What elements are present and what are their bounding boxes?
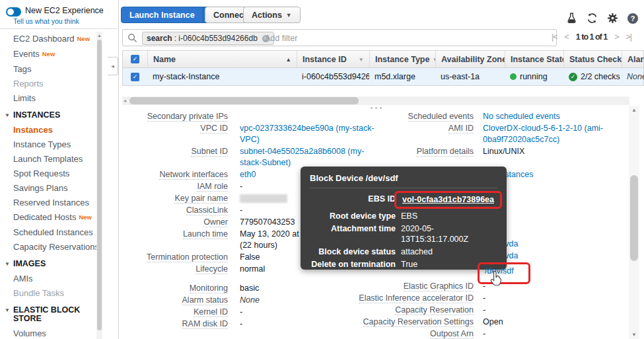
sidebar-item[interactable]: Scheduled Instances <box>0 225 99 239</box>
sidebar-item-label: Bundle Tasks <box>13 288 64 298</box>
panel-resize-grip[interactable] <box>371 107 382 109</box>
detail-value[interactable]: CloverDX-cloud-5-6-1-2-10 (ami- 0ba9f720… <box>483 123 603 145</box>
pagination: |< < 1 to 1 of 1 > >| <box>552 32 631 42</box>
sidebar-item[interactable]: Reports <box>0 76 99 91</box>
tooltip-row: Delete on termination True <box>310 259 497 270</box>
new-experience-toggle[interactable] <box>6 7 21 17</box>
search-filter-box[interactable]: search : i-060c4b553d94266db × Add filte… <box>122 29 557 46</box>
column-header[interactable]: Status Checks ▼ <box>563 51 622 67</box>
topbar-icons: ? <box>566 13 638 24</box>
cell-alarm-status[interactable]: None <box>622 72 644 81</box>
scroll-up-icon[interactable]: ▲ <box>96 32 102 39</box>
sidebar-item[interactable]: Reserved Instances <box>0 195 99 209</box>
sidebar-item[interactable]: ▼INSTANCES <box>0 108 97 122</box>
detail-label: ClassicLink <box>122 205 228 216</box>
horizontal-scroll-thumb[interactable] <box>129 97 359 104</box>
detail-value: False <box>240 252 260 263</box>
first-page-button[interactable]: |< <box>552 32 557 42</box>
sidebar-scrollbar[interactable]: ▲ <box>96 32 102 339</box>
row-select-cell: ✓ <box>123 73 147 81</box>
column-header[interactable]: Instance Type ▼ <box>369 51 435 67</box>
sidebar-item[interactable]: ▼IMAGES <box>0 256 97 271</box>
sidebar-item-label: INSTANCES <box>13 111 60 120</box>
sidebar-header: New EC2 Experience Tell us what you thin… <box>0 0 118 29</box>
sidebar-item[interactable]: Limits <box>0 91 99 105</box>
select-all-checkbox[interactable]: ✓ <box>131 55 139 63</box>
sidebar-item[interactable]: Launch Templates <box>0 151 99 166</box>
cell-status-checks: ✓ 2/2 checks … <box>563 72 622 81</box>
table-row[interactable]: ✓ my-stack-Instance i-060c4b553d94266db … <box>122 68 644 86</box>
detail-row: RAM disk ID - <box>122 319 314 330</box>
tooltip-title: Block Device /dev/sdf <box>310 173 497 183</box>
detail-value[interactable]: - <box>483 293 485 304</box>
sidebar-item[interactable]: AMIs <box>0 271 99 285</box>
sidebar: New EC2 Experience Tell us what you thin… <box>0 0 119 339</box>
scroll-left-icon[interactable]: ◂ <box>124 96 126 105</box>
column-header[interactable]: Instance State ▼ <box>505 51 563 67</box>
detail-label: Scheduled events <box>317 111 474 122</box>
actions-button[interactable]: Actions ▼ <box>243 7 301 23</box>
detail-label: Owner <box>122 217 228 228</box>
feedback-link[interactable]: Tell us what you think <box>13 17 79 25</box>
next-page-button[interactable]: > <box>614 32 618 42</box>
tooltip-label: Root device type <box>310 211 396 221</box>
column-label: Instance ID <box>303 55 347 64</box>
detail-label: Lifecycle <box>122 264 228 275</box>
detail-value[interactable]: - <box>483 305 485 316</box>
sidebar-item[interactable]: Dedicated HostsNew <box>0 209 99 225</box>
column-header[interactable]: Name ▲ <box>147 51 297 67</box>
search-tag-value: : i-060c4b553d94266db <box>174 34 258 43</box>
sidebar-item[interactable]: EventsNew <box>0 46 99 61</box>
column-header[interactable]: Alarm Status ▼ <box>622 51 644 67</box>
sidebar-item[interactable]: Capacity Reservations <box>0 239 99 254</box>
sidebar-collapse-button[interactable]: ◂ <box>108 57 118 75</box>
detail-label: Platform details <box>317 146 474 157</box>
sidebar-item[interactable]: ▼ELASTIC BLOCK STORE <box>0 303 97 326</box>
detail-label: Elastic Graphics ID <box>317 281 474 292</box>
tooltip-label: Attachment time <box>310 223 396 245</box>
help-icon[interactable]: ? <box>627 13 638 24</box>
beaker-icon[interactable] <box>566 13 577 24</box>
gear-icon[interactable] <box>607 13 618 24</box>
sidebar-item[interactable]: Tags <box>0 61 99 76</box>
detail-row: Kernel ID - <box>122 307 314 318</box>
detail-value: normal <box>240 264 265 275</box>
refresh-icon[interactable] <box>587 13 598 24</box>
row-checkbox[interactable]: ✓ <box>131 73 139 81</box>
detail-row: Monitoring basic <box>122 283 314 294</box>
sidebar-item[interactable]: Instances <box>0 122 99 137</box>
cell-instance-type: m5d.xlarge <box>369 72 435 81</box>
sidebar-item[interactable]: Savings Plans <box>0 180 99 195</box>
detail-value: None <box>240 295 260 306</box>
sidebar-item-label: Dedicated Hosts <box>13 212 76 222</box>
sort-icon[interactable]: ▼ <box>359 56 364 63</box>
detail-value[interactable]: No scheduled events <box>483 111 560 122</box>
prev-page-button[interactable]: < <box>565 32 569 42</box>
horizontal-scrollbar[interactable]: ◂ <box>122 96 629 105</box>
last-page-button[interactable]: >| <box>626 32 632 42</box>
details-scroll-down-icon[interactable]: ▼ <box>629 332 639 338</box>
sidebar-item[interactable]: Bundle Tasks <box>0 285 99 300</box>
state-label: running <box>520 72 548 81</box>
search-filter-tag[interactable]: search : i-060c4b553d94266db × <box>142 32 274 45</box>
search-icon <box>127 33 137 43</box>
add-filter-placeholder[interactable]: Add filter <box>265 34 297 43</box>
launch-instance-label: Launch Instance <box>122 11 203 20</box>
detail-value[interactable]: Open <box>483 317 503 328</box>
details-scrollbar[interactable]: ▲ ▼ <box>629 106 639 339</box>
detail-value[interactable]: Linux/UNIX <box>483 146 524 157</box>
column-header[interactable]: Availability Zone ▼ <box>435 51 505 67</box>
detail-value[interactable]: - <box>483 328 485 339</box>
column-header[interactable]: Instance ID ▼ <box>297 51 369 67</box>
sort-icon[interactable]: ▲ <box>286 56 291 63</box>
sidebar-item[interactable]: Volumes <box>0 326 99 339</box>
details-scroll-up-icon[interactable]: ▲ <box>629 107 639 113</box>
sidebar-item[interactable]: EC2 DashboardNew <box>0 31 99 46</box>
sidebar-item[interactable]: Spot Requests <box>0 166 99 180</box>
detail-row: Launch time May 13, 2020 at 5:31: (22 ho… <box>122 229 314 251</box>
block-device-tooltip: Block Device /dev/sdf EBS ID vol-0cfaa3d… <box>301 167 507 270</box>
details-scroll-thumb[interactable] <box>630 175 638 261</box>
detail-row: Elastic Inference accelerator ID - <box>317 293 629 304</box>
sidebar-scroll-thumb[interactable] <box>97 40 102 330</box>
sidebar-item[interactable]: Instance Types <box>0 137 99 151</box>
